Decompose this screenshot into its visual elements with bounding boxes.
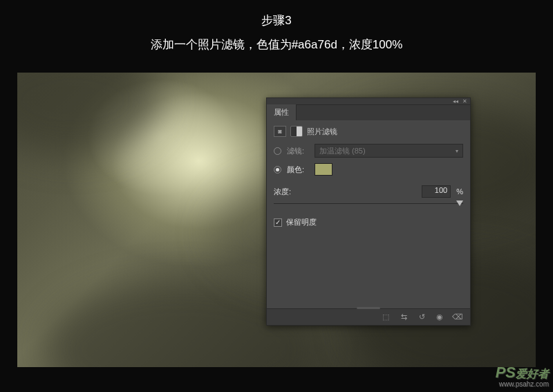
preserve-luminosity-checkbox[interactable]: ✓ — [274, 218, 282, 227]
mask-icon[interactable] — [290, 126, 303, 137]
color-label: 颜色: — [287, 165, 309, 175]
photoshop-canvas[interactable]: ◂◂ ✕ 属性 ◙ 照片滤镜 滤镜: 加温滤镜 (85) ▾ 颜色: — [17, 73, 536, 367]
panel-tabbar: 属性 — [267, 105, 470, 120]
clip-to-layer-icon[interactable]: ⬚ — [377, 311, 394, 324]
panel-body: ◙ 照片滤镜 滤镜: 加温滤镜 (85) ▾ 颜色: 浓度: 100 — [267, 120, 470, 230]
view-previous-icon[interactable]: ⇆ — [395, 311, 412, 324]
filter-dropdown[interactable]: 加温滤镜 (85) ▾ — [315, 144, 463, 158]
photo-filter-icon[interactable]: ◙ — [274, 126, 286, 137]
filter-option-row: 滤镜: 加温滤镜 (85) ▾ — [274, 144, 463, 158]
density-unit: % — [456, 187, 463, 196]
color-option-row: 颜色: — [274, 163, 463, 176]
density-label: 浓度: — [274, 187, 296, 197]
slider-track — [274, 203, 463, 204]
panel-footer: ⬚ ⇆ ↺ ◉ ⌫ — [267, 308, 470, 325]
watermark-url: www.psahz.com — [496, 380, 549, 388]
density-slider[interactable] — [274, 200, 463, 207]
step-title: 步骤3 — [0, 12, 553, 28]
density-row: 浓度: 100 % — [274, 185, 463, 198]
color-swatch[interactable] — [315, 163, 332, 176]
density-input[interactable]: 100 — [422, 185, 451, 198]
panel-controls: ◂◂ ✕ — [267, 98, 470, 105]
tab-properties[interactable]: 属性 — [267, 104, 297, 120]
watermark-brand-ps: PS — [496, 364, 516, 381]
preserve-luminosity-row: ✓ 保留明度 — [274, 217, 463, 227]
close-icon[interactable]: ✕ — [462, 99, 467, 104]
color-radio[interactable] — [274, 166, 281, 174]
reset-icon[interactable]: ↺ — [413, 311, 430, 324]
properties-panel: ◂◂ ✕ 属性 ◙ 照片滤镜 滤镜: 加温滤镜 (85) ▾ 颜色: — [266, 97, 471, 326]
slider-thumb[interactable] — [456, 200, 463, 206]
chevron-down-icon: ▾ — [456, 148, 458, 154]
tutorial-header: 步骤3 添加一个照片滤镜，色值为#a6a76d，浓度100% — [0, 0, 553, 53]
collapse-icon[interactable]: ◂◂ — [453, 99, 458, 104]
filter-dropdown-value: 加温滤镜 (85) — [319, 146, 366, 156]
watermark: PS爱好者 www.psahz.com — [496, 364, 549, 388]
delete-icon[interactable]: ⌫ — [449, 311, 466, 324]
filter-radio[interactable] — [274, 147, 281, 155]
adjustment-name: 照片滤镜 — [307, 127, 337, 137]
step-description: 添加一个照片滤镜，色值为#a6a76d，浓度100% — [0, 37, 553, 53]
filter-label: 滤镜: — [287, 146, 309, 156]
preserve-luminosity-label: 保留明度 — [286, 217, 317, 227]
watermark-brand-cn: 爱好者 — [516, 368, 549, 380]
visibility-icon[interactable]: ◉ — [431, 311, 448, 324]
adjustment-header: ◙ 照片滤镜 — [274, 126, 463, 137]
panel-grip[interactable] — [357, 307, 380, 309]
cloud-shape — [17, 73, 162, 156]
